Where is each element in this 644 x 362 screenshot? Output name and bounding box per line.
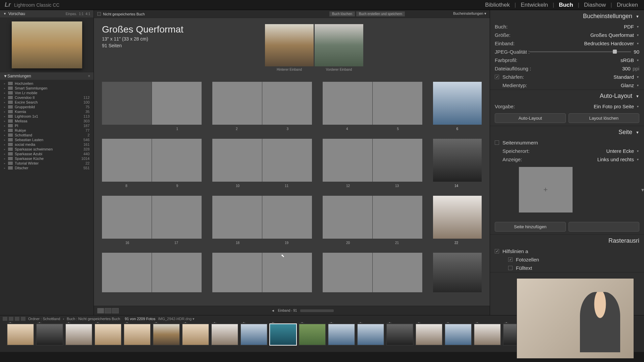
filmstrip-thumb[interactable]: 1 — [240, 323, 268, 346]
collection-item[interactable]: ▸Hochzeiten — [0, 81, 94, 86]
resolution-value[interactable]: 300 — [622, 66, 631, 71]
module-print[interactable]: Drucken — [615, 2, 639, 8]
delete-book-button[interactable]: Buch löschen — [329, 11, 355, 16]
sort-icon[interactable] — [21, 317, 25, 321]
dropdown-icon[interactable]: ▾ — [636, 33, 639, 37]
page-panel-header[interactable]: Seite ▼ — [490, 126, 644, 138]
prev-page-icon[interactable]: ◄ — [271, 309, 275, 312]
page-17[interactable] — [152, 196, 202, 239]
fulltext-checkbox[interactable] — [508, 266, 513, 270]
filmstrip-path-folder[interactable]: Ordner : Schottland — [28, 317, 60, 321]
page[interactable] — [433, 253, 482, 292]
collection-item[interactable]: ▸Excire Search100 — [0, 100, 94, 105]
spread[interactable] — [323, 253, 422, 292]
spread[interactable]: 12 13 — [323, 139, 422, 182]
preset-value[interactable]: Ein Foto pro Seite — [594, 104, 634, 109]
filmstrip-thumb[interactable]: 1 — [415, 323, 443, 346]
zoom-fit[interactable]: Einpas. — [66, 12, 77, 16]
auto-layout-header[interactable]: Auto-Layout ▼ — [490, 90, 644, 102]
media-type-value[interactable]: Glanz — [621, 82, 634, 88]
page-9[interactable] — [152, 139, 202, 182]
dropdown-icon[interactable]: ▾ — [636, 42, 639, 45]
spread[interactable]: 8 9 — [102, 139, 202, 182]
collections-header[interactable]: ▼ Sammlungen + — [0, 72, 94, 80]
auto-layout-button[interactable]: Auto-Layout — [495, 113, 566, 123]
spread[interactable] — [212, 253, 312, 292]
spread[interactable]: 4 5 — [323, 82, 422, 125]
grid-view-button[interactable] — [97, 308, 104, 313]
filmstrip-thumb[interactable]: 1 — [474, 323, 501, 346]
filmstrip-thumb[interactable]: 1 — [153, 323, 180, 346]
template-dropdown-icon[interactable]: ▾ — [641, 187, 644, 193]
collection-item[interactable]: ▸Sebastian Lasten546 — [0, 137, 94, 142]
back-cover-page[interactable] — [265, 24, 314, 66]
spread-view-button[interactable] — [105, 308, 111, 313]
collection-item[interactable]: ▸PI187 — [0, 123, 94, 128]
page[interactable] — [152, 253, 202, 292]
sharpen-checkbox[interactable] — [495, 75, 499, 79]
page-nav-slider[interactable] — [300, 309, 334, 312]
page-10[interactable] — [212, 139, 262, 182]
page-template-preview[interactable]: + — [519, 167, 573, 213]
filmstrip-thumb[interactable]: 1 — [7, 323, 34, 346]
book-type-value[interactable]: PDF — [624, 24, 634, 29]
photocells-checkbox[interactable] — [508, 257, 513, 262]
front-cover-page[interactable] — [315, 24, 363, 66]
module-slideshow[interactable]: Diashow — [583, 2, 607, 8]
dropdown-icon[interactable]: ▾ — [636, 58, 639, 62]
page[interactable] — [262, 253, 312, 292]
filmstrip-thumb[interactable]: 1 — [357, 323, 384, 346]
zoom-4-1[interactable]: 4:1 — [86, 12, 90, 16]
color-profile-value[interactable]: sRGB — [621, 57, 634, 63]
collection-item[interactable]: ▸Sparkasse Küche1014 — [0, 156, 94, 161]
cover-spread[interactable]: Hinterer Einband Vorderer Einband — [265, 24, 363, 71]
filmstrip-path-book[interactable]: Buch : Nicht gespeichertes Buch — [67, 317, 120, 321]
page-13[interactable] — [373, 139, 422, 182]
navigator-preview[interactable] — [12, 21, 82, 68]
page-14[interactable] — [433, 139, 482, 182]
page-3[interactable] — [262, 82, 312, 125]
collection-item[interactable]: ▸social media161 — [0, 142, 94, 147]
filmstrip-thumb[interactable]: 1 — [65, 323, 93, 346]
spread[interactable]: 6 — [433, 82, 482, 125]
jpeg-quality-slider[interactable] — [530, 51, 631, 52]
clear-layout-button[interactable]: Layout löschen — [569, 113, 640, 123]
add-collection-icon[interactable]: + — [88, 74, 90, 78]
page-19[interactable] — [262, 196, 312, 239]
spread[interactable]: 1 — [102, 82, 202, 125]
main-window-icon[interactable] — [3, 317, 7, 321]
guides-checkbox[interactable] — [495, 249, 499, 253]
dropdown-icon[interactable]: ▾ — [636, 75, 639, 79]
book-settings-header[interactable]: Bucheinstellungen ▼ — [490, 10, 644, 22]
filmstrip-thumb[interactable]: 1 — [328, 323, 355, 346]
filmstrip-thumb[interactable]: 1 — [211, 323, 238, 346]
collection-item[interactable]: ▸Smart Sammlungen — [0, 86, 94, 90]
page-20[interactable] — [323, 196, 372, 239]
page-numbers-checkbox[interactable] — [495, 140, 499, 145]
book-saved-checkbox[interactable] — [97, 12, 101, 16]
page-blank[interactable] — [102, 82, 152, 125]
collection-item[interactable]: ▸Ksenia35 — [0, 109, 94, 114]
filmstrip-thumb[interactable]: 1 — [269, 323, 297, 346]
collection-item[interactable]: ▸Sparkasse Azubi440 — [0, 152, 94, 156]
page-1[interactable] — [152, 82, 202, 125]
add-blank-button[interactable] — [569, 222, 640, 232]
jpeg-quality-value[interactable]: 90 — [634, 49, 639, 55]
collection-item[interactable]: ▸Von Lr mobile — [0, 90, 94, 95]
save-book-button[interactable]: Buch erstellen und speichern — [356, 11, 405, 16]
module-library[interactable]: Bibliothek — [484, 2, 511, 8]
collection-item[interactable]: ▸Gruppenbild75 — [0, 105, 94, 109]
collection-item[interactable]: ▸Tutorial Winter22 — [0, 161, 94, 166]
filmstrip-thumb[interactable]: 1 — [386, 323, 414, 346]
collection-item[interactable]: ▸Lightroom 1x1113 — [0, 114, 94, 119]
page[interactable] — [102, 253, 152, 292]
sharpen-value[interactable]: Standard — [613, 74, 634, 80]
add-page-button[interactable]: Seite hinzufügen — [495, 222, 566, 232]
collection-item[interactable]: ▸Schottland2 — [0, 133, 94, 137]
page-12[interactable] — [323, 139, 372, 182]
spread[interactable]: 16 17 — [102, 196, 202, 239]
spread[interactable]: 10 11 — [212, 139, 312, 182]
page-21[interactable] — [373, 196, 422, 239]
single-view-button[interactable] — [112, 308, 119, 313]
spread[interactable]: 2 3 — [212, 82, 312, 125]
